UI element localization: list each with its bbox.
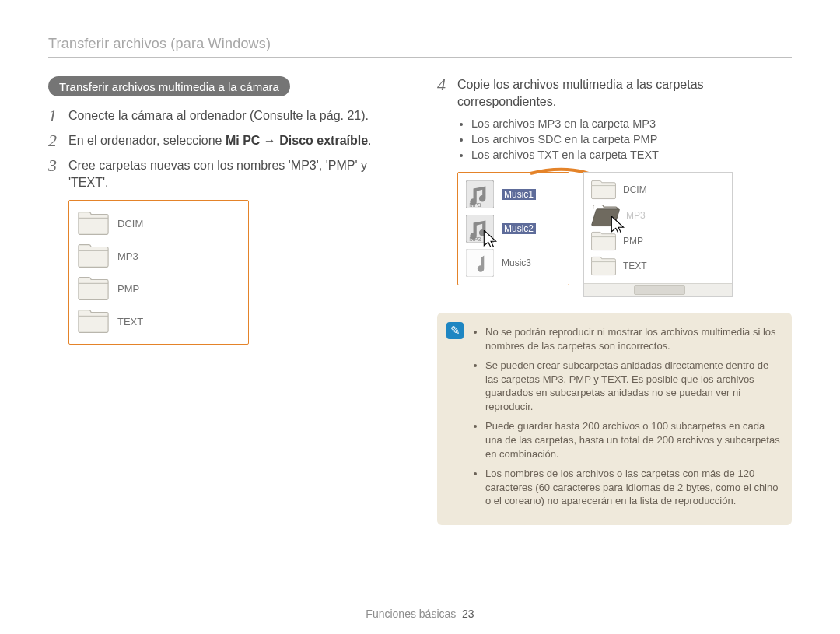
folder-row: TEXT (69, 305, 248, 338)
folder-icon (77, 243, 110, 269)
text: → (260, 134, 279, 147)
note-icon: ✎ (446, 322, 464, 339)
step-number: 2 (48, 132, 68, 149)
folder-icon (590, 230, 617, 252)
step-number: 3 (48, 157, 68, 174)
bullet: Los archivos SDC en la carpeta PMP (471, 133, 792, 145)
manual-page: Transferir archivos (para Windows) Trans… (0, 0, 840, 634)
folder-label: DCIM (117, 218, 143, 229)
folder-icon (77, 210, 110, 236)
bullet: Los archivos MP3 en la carpeta MP3 (471, 117, 792, 130)
step-text: Copie los archivos multimedia a las carp… (457, 76, 792, 110)
bold-text: Mi PC (226, 134, 260, 147)
note-bullet: No se podrán reproducir ni mostrar los a… (485, 325, 781, 352)
horizontal-scrollbar[interactable] (584, 283, 732, 296)
bullet: Los archivos TXT en la carpeta TEXT (471, 149, 792, 161)
folder-icon (77, 275, 110, 302)
figure-folder-list: DCIM MP3 PMP TEXT (68, 200, 249, 345)
step-1: 1 Conecte la cámara al ordenador (Consul… (48, 107, 403, 124)
folder-row: PMP (69, 272, 248, 305)
folder-label: DCIM (623, 184, 647, 195)
folder-label: PMP (117, 283, 139, 295)
note-bullet: Puede guardar hasta 200 archivos o 100 s… (485, 419, 781, 461)
page-footer: Funciones básicas 23 (0, 608, 840, 620)
file-row-selected: Music2 (458, 212, 569, 246)
file-label: Music1 (502, 189, 536, 200)
step-3: 3 Cree carpetas nuevas con los nombres '… (48, 157, 403, 191)
folder-label: TEXT (117, 316, 143, 328)
section-heading-pill: Transferir archivos multimedia a la cáma… (48, 76, 290, 96)
step-text: En el ordenador, seleccione Mi PC → Disc… (68, 132, 403, 149)
file-label: Music2 (502, 223, 536, 234)
text: En el ordenador, seleccione (68, 134, 226, 147)
destination-folder-pane: DCIM MP3 PMP TEXT (583, 172, 733, 297)
folder-row: TEXT (584, 254, 732, 278)
step-text: Cree carpetas nuevas con los nombres 'MP… (68, 157, 403, 191)
folder-row-drop-target: MP3 (584, 202, 732, 229)
step-4: 4 Copie los archivos multimedia a las ca… (437, 76, 792, 110)
source-file-pane: Music1 Music2 Music3 (457, 172, 569, 285)
mp3-file-icon (466, 180, 494, 208)
right-column: 4 Copie los archivos multimedia a las ca… (437, 76, 792, 525)
footer-section-label: Funciones básicas (366, 608, 456, 620)
folder-row: DCIM (69, 207, 248, 240)
step-2: 2 En el ordenador, seleccione Mi PC → Di… (48, 132, 403, 149)
folder-label: PMP (623, 236, 643, 247)
note-bullet: Los nombres de los archivos o las carpet… (485, 467, 781, 508)
step-text: Conecte la cámara al ordenador (Consulte… (68, 107, 403, 124)
step-number: 1 (48, 107, 68, 124)
folder-label: MP3 (117, 250, 138, 262)
file-label: Music3 (502, 257, 531, 268)
note-bullet: Se pueden crear subcarpetas anidadas dir… (485, 359, 781, 413)
music-file-icon (466, 249, 494, 277)
folder-icon (590, 255, 617, 277)
figure-drag-to-folder: Music1 Music2 Music3 (457, 172, 792, 297)
note-box: ✎ No se podrán reproducir ni mostrar los… (437, 313, 792, 525)
folder-row: DCIM (584, 177, 732, 202)
folder-label: MP3 (626, 210, 646, 221)
mp3-file-icon (466, 215, 494, 243)
file-row-selected: Music1 (458, 177, 569, 212)
bold-text: Disco extraíble (279, 134, 368, 147)
footer-page-number: 23 (462, 608, 474, 620)
step-4-bullets: Los archivos MP3 en la carpeta MP3 Los a… (457, 117, 792, 161)
folder-row: PMP (584, 229, 732, 254)
title-rule (48, 57, 792, 58)
left-column: Transferir archivos multimedia a la cáma… (48, 76, 403, 525)
folder-icon (77, 308, 110, 335)
file-row: Music3 (458, 246, 569, 280)
page-title: Transferir archivos (para Windows) (48, 36, 792, 52)
folder-open-icon (590, 204, 620, 227)
folder-icon (590, 179, 617, 201)
text: . (368, 134, 371, 147)
step-number: 4 (437, 76, 457, 93)
folder-label: TEXT (623, 261, 647, 271)
folder-row: MP3 (69, 240, 248, 272)
